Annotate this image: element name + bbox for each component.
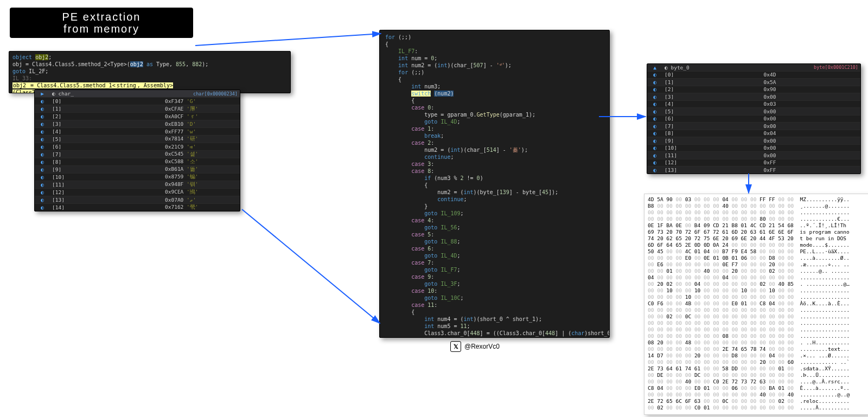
table-row: ◐[15]0xF108 'D': [35, 211, 240, 212]
table-row: ◐[13]0xFF: [647, 166, 860, 174]
byte-watch-panel: ▲◐ byte_0byte[0x0001C210]◐[0]0x4D◐[1]0x5…: [647, 63, 861, 174]
table-row: ◐[2]0xA0CF 'ꃏ': [35, 113, 240, 120]
table-row: ◐[6]0x21C9 '⇉': [35, 143, 240, 151]
table-row: ◐[12]0xFF: [647, 159, 860, 166]
table-row: ◐[5]0x7814 '研': [35, 136, 240, 143]
table-row: ◐[0]0x4D: [647, 71, 860, 79]
table-row: ◐[8]0xC588 '소': [35, 158, 240, 166]
arrow-1: [193, 12, 388, 55]
table-row: ◐[7]0x00: [647, 123, 860, 130]
title-text: PE extraction from memory: [62, 11, 141, 35]
table-row: ◐[14]0x7162 '煢': [35, 204, 240, 211]
table-row: ◐[11]0x948F '钏': [35, 181, 240, 189]
x-logo-icon: 𝕏: [450, 341, 461, 352]
table-row: ◐[6]0x00: [647, 115, 860, 123]
table-row: ◐[8]0x04: [647, 130, 860, 137]
char-watch-panel: ▶◐ char_char[0x00000234]◐[0]0xF347 'G'◐[…: [34, 89, 240, 211]
table-row: ◐[10]0x8759 '蝙': [35, 174, 240, 181]
decompiled-code-panel: for (;;){ IL_F7: int num = 0; int num2 =…: [379, 30, 610, 338]
table-row: ◐[9]0x00: [647, 137, 860, 145]
table-row: ◐[7]0xC545 '셅': [35, 151, 240, 158]
char-watch-table: ▶◐ char_char[0x00000234]◐[0]0xF347 'G'◐[…: [35, 90, 240, 211]
table-row: ◐[4]0xFF77 'w': [35, 128, 240, 136]
table-row: ◐[0]0xF347 'G': [35, 98, 240, 105]
table-row: ◐[1]0x5A: [647, 79, 860, 86]
byte-watch-table: ▲◐ byte_0byte[0x0001C210]◐[0]0x4D◐[1]0x5…: [647, 64, 860, 174]
arrow-2: [239, 206, 391, 331]
svg-line-1: [242, 209, 380, 323]
table-row: ◐[5]0x00: [647, 108, 860, 116]
table-row: ◐[13]0x07A0 'ޠ': [35, 196, 240, 204]
table-row: ◐[9]0xB61A '똚': [35, 166, 240, 174]
decompiled-code-pre: for (;;){ IL_F7: int num = 0; int num2 =…: [385, 34, 604, 338]
title-banner: PE extraction from memory: [10, 8, 193, 38]
table-row: ◐[12]0x9CEA '鳪': [35, 189, 240, 196]
hex-dump-panel: 4D 5A 90 00 03 00 00 00 04 00 00 00 FF F…: [644, 194, 868, 415]
table-row: ◐[2]0x90: [647, 86, 860, 93]
table-row: ◐[14]0x00: [647, 174, 860, 174]
svg-line-0: [195, 34, 381, 46]
credit-handle: @RexorVc0: [464, 343, 500, 350]
table-row: ◐[3]0x00: [647, 93, 860, 101]
table-row: ◐[4]0x03: [647, 100, 860, 108]
table-row: ◐[3]0xEB10 'D': [35, 120, 240, 128]
table-row: ◐[1]0xCFAE '鿮': [35, 105, 240, 113]
table-row: ◐[11]0x00: [647, 152, 860, 159]
credit: 𝕏 @RexorVc0: [450, 341, 500, 352]
table-row: ◐[10]0x00: [647, 144, 860, 152]
il-snippet-panel: object obj2;obj = Class4.Class5.smethod_…: [9, 51, 291, 93]
